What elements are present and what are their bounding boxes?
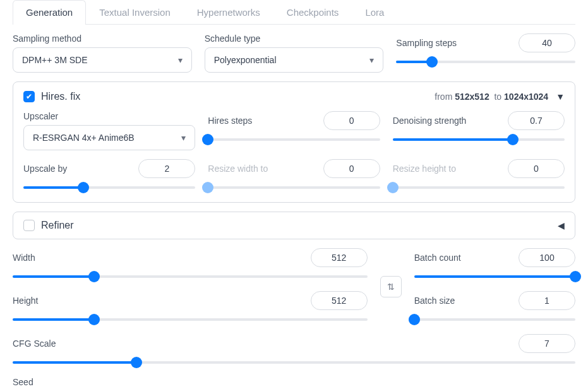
sampling-steps-input[interactable]: [519, 33, 575, 52]
width-label: Width: [13, 253, 35, 263]
height-label: Height: [13, 296, 38, 306]
resize-height-input[interactable]: [508, 159, 565, 178]
hires-dim-text: from 512x512 to 1024x1024: [435, 92, 548, 102]
height-slider[interactable]: [13, 314, 368, 325]
batch-count-label: Batch count: [414, 253, 461, 263]
sampling-method-select[interactable]: DPM++ 3M SDE ▾: [13, 47, 192, 73]
collapse-down-icon[interactable]: ▼: [556, 92, 565, 102]
tab-generation[interactable]: Generation: [13, 0, 86, 25]
denoise-slider[interactable]: [393, 134, 565, 145]
batch-size-slider[interactable]: [414, 314, 575, 325]
swap-dimensions-button[interactable]: ⇅: [380, 276, 402, 297]
schedule-type-select[interactable]: Polyexponential ▾: [205, 47, 384, 73]
batch-size-label: Batch size: [414, 296, 455, 306]
resize-width-label: Resize width to: [208, 164, 268, 174]
schedule-type-label: Schedule type: [205, 33, 384, 44]
upscaler-value: R-ESRGAN 4x+ Anime6B: [33, 133, 135, 143]
cfg-slider[interactable]: [13, 357, 575, 368]
hires-fix-title: Hires. fix: [41, 91, 80, 102]
resize-width-slider[interactable]: [208, 182, 380, 193]
chevron-down-icon: ▾: [181, 133, 186, 143]
batch-count-input[interactable]: [519, 248, 575, 267]
tabs: Generation Textual Inversion Hypernetwor…: [13, 0, 575, 25]
batch-count-slider[interactable]: [414, 271, 575, 282]
denoise-label: Denoising strength: [393, 116, 467, 126]
sampling-method-value: DPM++ 3M SDE: [22, 55, 87, 65]
denoise-input[interactable]: [508, 111, 565, 130]
sampling-steps-slider[interactable]: [396, 56, 575, 68]
tab-checkpoints[interactable]: Checkpoints: [273, 0, 352, 24]
tab-hypernetworks[interactable]: Hypernetworks: [184, 0, 273, 24]
batch-size-input[interactable]: [519, 291, 575, 310]
seed-label: Seed: [13, 377, 575, 387]
hires-fix-checkbox[interactable]: ✔: [23, 91, 35, 102]
width-slider[interactable]: [13, 271, 368, 282]
hires-steps-label: Hires steps: [208, 116, 252, 126]
height-input[interactable]: [311, 291, 368, 310]
hires-steps-input[interactable]: [323, 111, 380, 130]
upscaler-select[interactable]: R-ESRGAN 4x+ Anime6B ▾: [23, 125, 195, 150]
tab-lora[interactable]: Lora: [352, 0, 397, 24]
chevron-down-icon: ▾: [369, 55, 374, 65]
resize-width-input[interactable]: [323, 159, 380, 178]
cfg-input[interactable]: [519, 334, 575, 353]
refiner-panel: Refiner ◀: [13, 212, 575, 239]
refiner-title: Refiner: [41, 220, 74, 231]
chevron-down-icon: ▾: [178, 55, 183, 65]
hires-steps-slider[interactable]: [208, 134, 380, 145]
resize-height-label: Resize height to: [393, 164, 456, 174]
upscaler-label: Upscaler: [23, 111, 195, 121]
collapse-left-icon[interactable]: ◀: [558, 220, 565, 230]
sampling-method-label: Sampling method: [13, 33, 192, 44]
upscale-by-label: Upscale by: [23, 164, 67, 174]
width-input[interactable]: [311, 248, 368, 267]
upscale-by-input[interactable]: [138, 159, 195, 178]
resize-height-slider[interactable]: [393, 182, 565, 193]
cfg-label: CFG Scale: [13, 338, 56, 349]
upscale-by-slider[interactable]: [23, 182, 195, 193]
schedule-type-value: Polyexponential: [214, 55, 277, 65]
tab-textual-inversion[interactable]: Textual Inversion: [86, 0, 184, 24]
sampling-steps-label: Sampling steps: [396, 38, 457, 48]
hires-fix-panel: ✔ Hires. fix from 512x512 to 1024x1024 ▼…: [13, 81, 575, 203]
refiner-checkbox[interactable]: [23, 220, 35, 231]
